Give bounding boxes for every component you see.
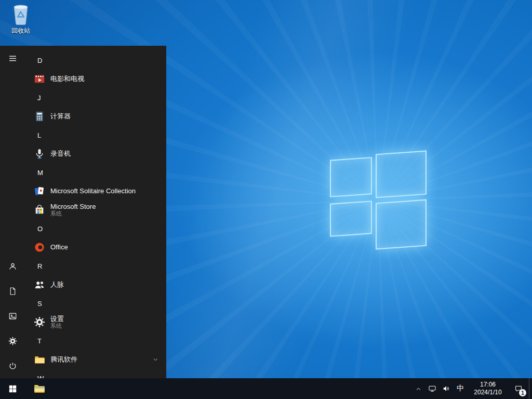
hidden-icons-button[interactable]	[411, 378, 425, 399]
start-app-text: 人脉	[50, 281, 64, 289]
system-tray: 中 17:06 2024/1/10 1	[411, 378, 532, 399]
start-letter-M[interactable]: M	[25, 163, 166, 182]
start-app-text: Microsoft Solitaire Collection	[50, 188, 136, 195]
start-app-text: Microsoft Store系统	[50, 203, 96, 217]
start-letter-T[interactable]: T	[25, 331, 166, 350]
windows-wallpaper-logo	[330, 152, 427, 250]
start-app-item[interactable]: 设置系统	[25, 313, 166, 331]
settings-app-icon	[33, 316, 46, 328]
start-app-text: Office	[50, 244, 68, 251]
movies-tv-icon	[33, 73, 46, 85]
hamburger-icon	[8, 54, 17, 63]
chevron-down-icon	[152, 356, 159, 363]
voice-recorder-icon	[33, 148, 46, 160]
rail-power-button[interactable]	[0, 353, 25, 378]
rail-pictures-button[interactable]	[0, 303, 25, 328]
start-menu-app-list: D电影和电视J计算器L录音机MMicrosoft Solitaire Colle…	[25, 46, 166, 378]
start-app-text: 腾讯软件	[50, 356, 77, 364]
action-center-button[interactable]: 1	[508, 378, 529, 399]
start-letter-S[interactable]: S	[25, 294, 166, 313]
start-app-item[interactable]: 腾讯软件	[25, 350, 166, 369]
document-icon	[8, 287, 17, 296]
start-button[interactable]	[0, 378, 25, 399]
solitaire-icon	[33, 185, 46, 197]
start-app-item[interactable]: Microsoft Solitaire Collection	[25, 182, 166, 201]
rail-documents-button[interactable]	[0, 278, 25, 303]
start-letter-W[interactable]: W	[25, 369, 166, 378]
rail-user-button[interactable]	[0, 254, 25, 278]
logo-pane	[330, 201, 372, 237]
store-icon	[33, 204, 46, 216]
start-menu: D电影和电视J计算器L录音机MMicrosoft Solitaire Colle…	[0, 46, 166, 378]
volume-icon	[442, 384, 450, 393]
network-icon	[428, 384, 436, 393]
rail-settings-button[interactable]	[0, 328, 25, 353]
office-icon	[33, 241, 46, 254]
chevron-up-icon	[415, 385, 422, 392]
start-letter-R[interactable]: R	[25, 257, 166, 275]
logo-pane	[376, 200, 427, 250]
recycle-bin-icon	[2, 3, 39, 26]
clock-time: 17:06	[480, 381, 496, 389]
clock[interactable]: 17:06 2024/1/10	[468, 378, 508, 399]
network-button[interactable]	[425, 378, 439, 399]
start-letter-O[interactable]: O	[25, 219, 166, 238]
notification-badge: 1	[519, 389, 526, 396]
start-app-item[interactable]: 人脉	[25, 275, 166, 294]
start-app-item[interactable]: Office	[25, 238, 166, 257]
user-icon	[8, 262, 17, 271]
volume-button[interactable]	[439, 378, 453, 399]
pictures-icon	[8, 312, 17, 321]
show-desktop-button[interactable]	[529, 378, 532, 399]
start-app-item[interactable]: 录音机	[25, 144, 166, 163]
gear-icon	[8, 337, 17, 345]
rail-hamburger-button[interactable]	[0, 46, 25, 71]
people-icon	[33, 278, 46, 291]
calculator-icon	[33, 110, 46, 123]
power-icon	[8, 362, 17, 370]
recycle-bin-label: 回收站	[2, 26, 39, 35]
start-app-item[interactable]: 电影和电视	[25, 70, 166, 88]
start-app-item[interactable]: Microsoft Store系统	[25, 201, 166, 219]
taskbar: 中 17:06 2024/1/10 1	[0, 378, 532, 399]
start-menu-rail	[0, 46, 25, 378]
recycle-bin-desktop-icon[interactable]: 回收站	[2, 3, 39, 35]
folder-icon	[33, 353, 46, 366]
start-letter-J[interactable]: J	[25, 88, 166, 107]
file-explorer-icon	[33, 382, 46, 395]
start-app-item[interactable]: 计算器	[25, 107, 166, 126]
start-letter-D[interactable]: D	[25, 51, 166, 70]
windows-logo-icon	[8, 384, 17, 393]
start-app-text: 录音机	[50, 150, 71, 158]
start-app-text: 设置系统	[50, 315, 64, 329]
ime-indicator[interactable]: 中	[453, 378, 468, 399]
logo-pane	[330, 157, 372, 197]
start-letter-L[interactable]: L	[25, 126, 166, 144]
start-app-text: 计算器	[50, 113, 71, 121]
file-explorer-button[interactable]	[29, 378, 50, 399]
start-app-text: 电影和电视	[50, 75, 84, 83]
logo-pane	[376, 151, 427, 198]
clock-date: 2024/1/10	[474, 389, 501, 396]
